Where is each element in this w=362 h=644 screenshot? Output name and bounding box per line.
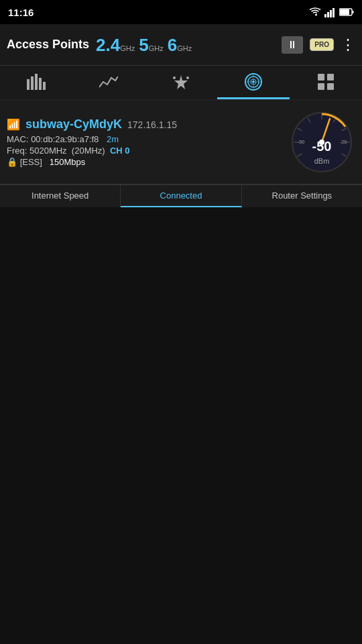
bar-chart-icon <box>27 74 46 90</box>
svg-rect-8 <box>31 76 34 90</box>
svg-rect-10 <box>39 78 42 90</box>
ap-ess-row: 🔒 [ESS] 150Mbps <box>7 157 288 167</box>
status-time: 11:16 <box>8 7 34 18</box>
radar-icon <box>244 72 263 91</box>
signal-icon <box>324 7 337 17</box>
svg-rect-9 <box>35 74 38 90</box>
ap-ess: [ESS] <box>20 157 42 167</box>
ap-mac-row: MAC: 00:db:2a:9b:a7:f8 2m <box>7 134 288 144</box>
ap-bandwidth: 20MHz <box>74 146 102 156</box>
pro-badge: PRO <box>310 38 334 51</box>
ap-ip: 172.16.1.15 <box>127 119 177 130</box>
lock-icon: 🔒 <box>7 157 17 167</box>
tab-bar <box>0 66 362 101</box>
line-chart-icon <box>99 74 118 90</box>
svg-rect-1 <box>327 12 329 17</box>
freq-2-4[interactable]: 2.4GHz <box>96 36 135 54</box>
svg-rect-2 <box>330 10 332 17</box>
status-bar: 11:16 <box>0 0 362 24</box>
svg-rect-24 <box>327 83 334 90</box>
ap-time: 2m <box>107 134 119 144</box>
freq-buttons: 2.4GHz 5GHz 6GHz <box>96 36 282 54</box>
ap-mac: 00:db:2a:9b:a7:f8 <box>31 134 99 144</box>
signal-unit: dBm <box>314 157 330 165</box>
ap-freq-row: Freq: 5020MHz (20MHz) CH 0 <box>7 146 288 156</box>
tab-stars[interactable] <box>145 66 217 99</box>
router-settings-button[interactable]: Router Settings <box>242 185 362 207</box>
more-button[interactable]: ⋮ <box>341 36 355 54</box>
ap-channel: CH 0 <box>110 146 130 156</box>
status-icons <box>308 7 354 17</box>
empty-area <box>0 207 362 631</box>
header-actions: ⏸ PRO ⋮ <box>282 36 355 54</box>
ap-info: 📶 subway-CyMdyK 172.16.1.15 MAC: 00:db:2… <box>7 117 288 167</box>
svg-rect-22 <box>327 74 334 80</box>
svg-rect-21 <box>318 74 324 80</box>
signal-gauge: -90 -20 -50 dBm <box>288 109 355 176</box>
ap-speed: 150Mbps <box>50 157 85 167</box>
action-row: Internet Speed Connected Router Settings <box>0 184 362 207</box>
svg-rect-3 <box>333 8 335 17</box>
wifi-status-icon <box>308 7 322 17</box>
svg-rect-5 <box>340 9 349 15</box>
svg-point-14 <box>186 76 189 79</box>
header-title: Access Points <box>7 38 89 52</box>
svg-rect-11 <box>43 82 46 90</box>
grid-icon <box>318 74 334 90</box>
battery-icon <box>339 8 354 16</box>
tab-bar-chart[interactable] <box>0 66 72 99</box>
svg-marker-12 <box>174 75 188 89</box>
ap-freq: 5020MHz <box>29 146 67 156</box>
ap-card: 📶 subway-CyMdyK 172.16.1.15 MAC: 00:db:2… <box>0 101 362 184</box>
svg-point-13 <box>173 76 176 79</box>
svg-rect-23 <box>318 83 324 90</box>
stars-icon <box>172 74 190 90</box>
ap-wifi-icon: 📶 <box>7 118 20 131</box>
internet-speed-button[interactable]: Internet Speed <box>0 185 121 207</box>
freq-5[interactable]: 5GHz <box>139 36 163 54</box>
tab-grid[interactable] <box>290 66 362 99</box>
header: Access Points 2.4GHz 5GHz 6GHz ⏸ PRO ⋮ <box>0 24 362 66</box>
tab-radar[interactable] <box>217 66 290 99</box>
signal-value: -50 <box>288 139 355 154</box>
pause-button[interactable]: ⏸ <box>282 36 303 54</box>
svg-rect-6 <box>353 11 354 13</box>
freq-6[interactable]: 6GHz <box>168 36 192 54</box>
gauge-value: -50 dBm <box>288 139 355 166</box>
svg-rect-0 <box>324 14 326 17</box>
tab-line-chart[interactable] <box>72 66 145 99</box>
svg-rect-7 <box>27 79 29 90</box>
ap-ssid: subway-CyMdyK <box>25 117 122 131</box>
connected-button[interactable]: Connected <box>121 185 241 207</box>
